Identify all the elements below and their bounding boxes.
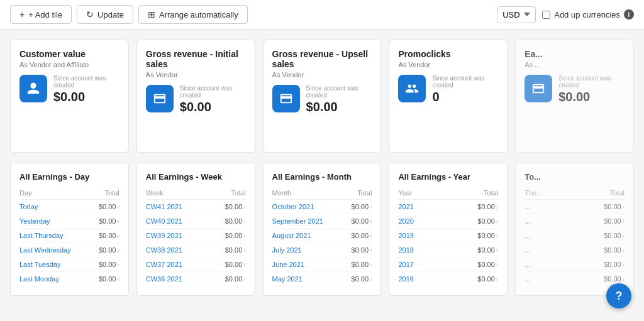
metric-cards-row: Customer value As Vendor and Affiliate S… — [10, 40, 634, 153]
table-title-1: All Earnings - Week — [146, 172, 246, 182]
card-value-area-2: Since account was created $0.00 — [306, 85, 372, 114]
card-body-3: Since account was created 0 — [398, 75, 498, 104]
row-label-4-3[interactable]: ... — [525, 243, 570, 258]
row-label-0-5[interactable]: Last Monday — [19, 272, 91, 286]
row-label-3-2[interactable]: 2019 — [398, 229, 441, 243]
table-row: October 2021 $0.00› — [272, 200, 372, 214]
table-row: Yesterday $0.00› — [19, 214, 119, 229]
row-value-0-0: $0.00› — [91, 200, 119, 214]
plus-icon: + — [19, 9, 25, 19]
info-icon[interactable]: i — [624, 9, 634, 19]
row-label-2-3[interactable]: July 2021 — [272, 243, 343, 258]
help-button[interactable]: ? — [606, 283, 631, 306]
card-body-4: Since account was created $0.00 — [525, 75, 625, 104]
card-icon-4 — [525, 75, 552, 102]
update-label: Update — [97, 10, 124, 19]
row-value-3-4: $0.00› — [441, 258, 498, 272]
row-value-1-3: $0.00› — [209, 243, 245, 258]
row-label-2-4[interactable]: June 2021 — [272, 258, 343, 272]
row-label-4-2[interactable]: ... — [525, 229, 570, 243]
table-row: Last Wednesday $0.00› — [19, 243, 119, 258]
col-header-2-4: Total — [570, 188, 625, 200]
card-body-1: Since account was created $0.00 — [146, 85, 246, 114]
row-label-1-5[interactable]: CW36 2021 — [146, 272, 209, 286]
row-label-4-1[interactable]: ... — [525, 214, 570, 229]
update-button[interactable]: ↻ Update — [77, 5, 133, 24]
toolbar-right: USD EUR GBP Add up currencies i — [497, 6, 634, 23]
row-label-2-0[interactable]: October 2021 — [272, 200, 343, 214]
col-header-1-2: Month — [272, 188, 343, 200]
table-row: June 2021 $0.00› — [272, 258, 372, 272]
row-label-1-4[interactable]: CW37 2021 — [146, 258, 209, 272]
card-value-1: $0.00 — [180, 100, 246, 114]
add-up-currencies-text: Add up currencies — [554, 10, 620, 19]
table-row: ... $0.00› — [525, 214, 625, 229]
card-value-area-1: Since account was created $0.00 — [180, 85, 246, 114]
row-label-3-0[interactable]: 2021 — [398, 200, 441, 214]
row-label-4-5[interactable]: ... — [525, 272, 570, 286]
row-value-2-5: $0.00› — [343, 272, 372, 286]
card-value-4: $0.00 — [558, 90, 625, 104]
row-value-2-3: $0.00› — [343, 243, 372, 258]
currency-select[interactable]: USD EUR GBP — [497, 6, 536, 23]
table-row: 2021 $0.00› — [398, 200, 498, 214]
row-label-1-2[interactable]: CW39 2021 — [146, 229, 209, 243]
row-label-1-3[interactable]: CW38 2021 — [146, 243, 209, 258]
row-value-0-3: $0.00› — [91, 243, 119, 258]
row-label-3-4[interactable]: 2017 — [398, 258, 441, 272]
row-label-2-1[interactable]: September 2021 — [272, 214, 343, 229]
row-label-3-1[interactable]: 2020 — [398, 214, 441, 229]
card-subtitle-1: As Vendor — [146, 71, 246, 79]
row-value-1-5: $0.00› — [209, 272, 245, 286]
table-row: CW36 2021 $0.00› — [146, 272, 246, 286]
data-table-1: Week Total CW41 2021 $0.00› CW40 2021 — [146, 188, 246, 286]
card-icon-3 — [398, 75, 426, 102]
add-up-currencies-checkbox[interactable] — [542, 11, 550, 19]
row-value-4-0: $0.00› — [570, 200, 625, 214]
table-row: Last Monday $0.00› — [19, 272, 119, 286]
col-header-1-3: Year — [398, 188, 441, 200]
card-body-2: Since account was created $0.00 — [272, 85, 372, 114]
row-label-4-0[interactable]: ... — [525, 200, 570, 214]
row-label-2-5[interactable]: May 2021 — [272, 272, 343, 286]
arrange-button[interactable]: ⊞ Arrange automatically — [138, 5, 248, 24]
row-value-1-4: $0.00› — [209, 258, 245, 272]
row-label-0-0[interactable]: Today — [19, 200, 91, 214]
table-row: Today $0.00› — [19, 200, 119, 214]
table-row: 2017 $0.00› — [398, 258, 498, 272]
earnings-table-2: All Earnings - Month Month Total October… — [263, 163, 382, 296]
add-tile-button[interactable]: + + Add tile — [10, 5, 72, 24]
row-label-4-4[interactable]: ... — [525, 258, 570, 272]
earnings-table-0: All Earnings - Day Day Total Today $0.00… — [10, 163, 129, 296]
row-value-3-3: $0.00› — [441, 243, 498, 258]
card-value-area-0: Since account was created $0.00 — [53, 75, 119, 104]
col-header-1-4: The... — [525, 188, 570, 200]
row-value-1-2: $0.00› — [209, 229, 245, 243]
row-value-0-4: $0.00› — [91, 258, 119, 272]
card-icon-2 — [272, 85, 300, 112]
table-row: CW39 2021 $0.00› — [146, 229, 246, 243]
row-label-0-4[interactable]: Last Tuesday — [19, 258, 91, 272]
row-label-2-2[interactable]: August 2021 — [272, 229, 343, 243]
table-row: 2016 $0.00› — [398, 272, 498, 286]
row-label-0-2[interactable]: Last Thursday — [19, 229, 91, 243]
table-row: ... $0.00› — [525, 272, 625, 286]
card-title-0: Customer value — [19, 49, 119, 59]
table-row: August 2021 $0.00› — [272, 229, 372, 243]
row-label-3-5[interactable]: 2016 — [398, 272, 441, 286]
main-content: Customer value As Vendor and Affiliate S… — [0, 30, 644, 306]
row-value-4-4: $0.00› — [570, 258, 625, 272]
row-value-0-5: $0.00› — [91, 272, 119, 286]
row-value-2-0: $0.00› — [343, 200, 372, 214]
row-value-0-2: $0.00› — [91, 229, 119, 243]
row-label-0-3[interactable]: Last Wednesday — [19, 243, 91, 258]
row-label-3-3[interactable]: 2018 — [398, 243, 441, 258]
row-value-3-2: $0.00› — [441, 229, 498, 243]
card-subtitle-0: As Vendor and Affiliate — [19, 61, 119, 68]
add-up-currencies-label[interactable]: Add up currencies i — [542, 9, 634, 19]
row-label-0-1[interactable]: Yesterday — [19, 214, 91, 229]
metric-card-4: Ea... As ... Since account was created $… — [515, 40, 634, 153]
row-value-0-1: $0.00› — [91, 214, 119, 229]
row-label-1-1[interactable]: CW40 2021 — [146, 214, 209, 229]
row-label-1-0[interactable]: CW41 2021 — [146, 200, 209, 214]
